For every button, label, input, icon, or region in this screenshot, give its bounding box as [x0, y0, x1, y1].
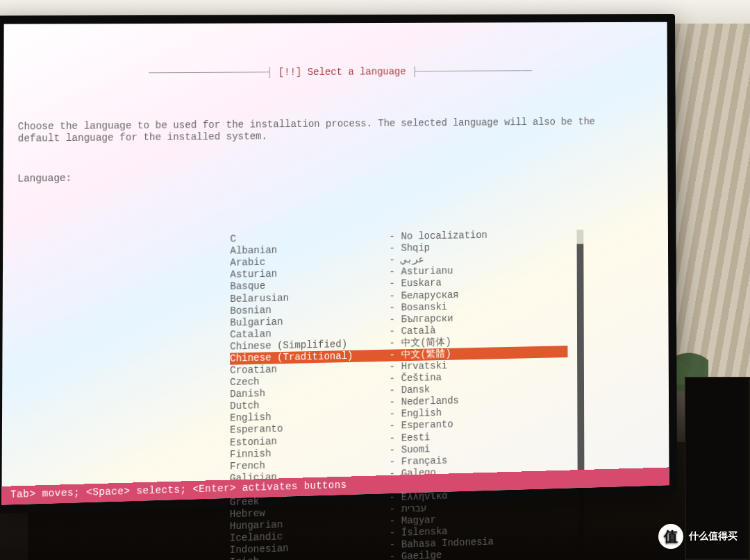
language-list[interactable]: C-No localizationAlbanian-ShqipArabic-عر… — [230, 228, 569, 560]
dash-separator: - — [383, 551, 401, 560]
dash-separator: - — [383, 243, 401, 255]
projector-screen: ────────────────────┤ [!!] Select a lang… — [0, 14, 677, 514]
dash-separator: - — [383, 231, 401, 243]
dash-separator: - — [383, 337, 401, 350]
dash-separator: - — [383, 409, 401, 421]
watermark-text: 什么值得买 — [689, 530, 738, 543]
dash-separator: - — [383, 361, 401, 373]
dash-separator: - — [383, 421, 401, 433]
watermark-icon: 值 — [658, 524, 683, 549]
language-label: Language: — [17, 166, 656, 185]
scrollbar-thumb[interactable] — [577, 244, 585, 475]
dash-separator: - — [383, 373, 401, 385]
dash-separator: - — [383, 516, 401, 528]
dash-separator: - — [383, 539, 401, 552]
installer-dialog: ────────────────────┤ [!!] Select a lang… — [1, 22, 669, 505]
dash-separator: - — [383, 504, 401, 516]
dash-separator: - — [383, 266, 401, 278]
dash-separator: - — [383, 290, 401, 303]
dialog-title-bar: ────────────────────┤ [!!] Select a lang… — [18, 65, 656, 80]
dash-separator: - — [383, 397, 401, 409]
dash-separator: - — [383, 325, 401, 338]
dialog-description: Choose the language to be used for the i… — [18, 115, 635, 144]
room-background: ────────────────────┤ [!!] Select a lang… — [0, 0, 750, 560]
dash-separator: - — [383, 302, 401, 314]
dash-separator: - — [383, 432, 401, 445]
dash-separator: - — [383, 314, 401, 326]
watermark-badge: 值 什么值得买 — [658, 524, 738, 549]
dash-separator: - — [383, 444, 401, 457]
dash-separator: - — [383, 456, 401, 468]
dash-separator: - — [383, 349, 401, 362]
dash-separator: - — [383, 255, 401, 266]
dash-separator: - — [383, 278, 401, 290]
dash-separator: - — [383, 527, 401, 540]
dialog-title: [!!] Select a language — [278, 67, 406, 78]
dash-separator: - — [383, 384, 401, 397]
